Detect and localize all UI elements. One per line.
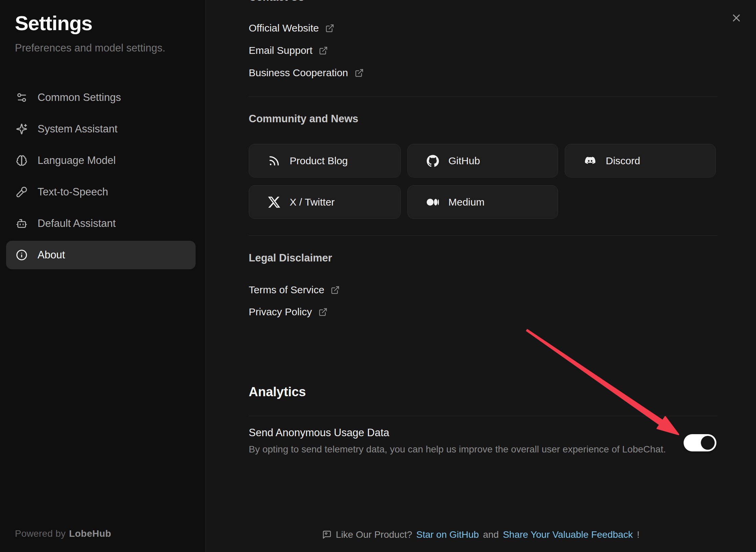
button-label: Product Blog: [290, 155, 348, 167]
link-terms-of-service[interactable]: Terms of Service: [249, 283, 340, 297]
sidebar-item-label: Common Settings: [38, 91, 121, 104]
external-link-icon: [318, 307, 328, 317]
about-panel: Contact Us Official Website Email Suppor…: [206, 0, 756, 552]
usage-data-description: By opting to send telemetry data, you ca…: [249, 444, 666, 455]
sidebar-item-label: Default Assistant: [38, 217, 116, 230]
discord-icon: [584, 155, 596, 167]
section-divider: [249, 416, 717, 416]
info-icon: [16, 249, 27, 261]
message-square-icon: [322, 530, 332, 539]
link-business-cooperation[interactable]: Business Cooperation: [249, 66, 364, 80]
link-label: Privacy Policy: [249, 306, 312, 318]
share-feedback-link[interactable]: Share Your Valuable Feedback: [503, 529, 633, 540]
page-subtitle: Preferences and model settings.: [15, 42, 165, 54]
button-label: X / Twitter: [290, 196, 335, 208]
usage-data-label: Send Anonymous Usage Data: [249, 427, 389, 439]
link-label: Business Cooperation: [249, 67, 348, 79]
link-email-support[interactable]: Email Support: [249, 44, 328, 57]
close-icon: [731, 19, 741, 24]
mic-icon: [16, 186, 27, 198]
x-twitter-icon: [268, 196, 280, 208]
external-link-icon: [355, 68, 364, 78]
settings-nav: Common Settings System Assistant Languag…: [6, 83, 196, 272]
page-title: Settings: [15, 12, 92, 35]
sidebar-item-label: System Assistant: [38, 123, 117, 135]
medium-icon: [427, 196, 439, 208]
sidebar-item-label: Language Model: [38, 154, 116, 167]
powered-by: Powered byLobeHub: [15, 528, 111, 539]
contact-section-heading: Contact Us: [249, 0, 304, 3]
rss-icon: [268, 155, 280, 167]
sparkles-icon: [16, 123, 27, 135]
sidebar-item-label: About: [38, 249, 65, 261]
sidebar-item-label: Text-to-Speech: [38, 186, 108, 198]
sidebar-item-text-to-speech[interactable]: Text-to-Speech: [6, 178, 196, 206]
community-section-heading: Community and News: [249, 113, 358, 125]
button-label: GitHub: [448, 155, 480, 167]
link-label: Terms of Service: [249, 284, 324, 296]
sidebar-item-default-assistant[interactable]: Default Assistant: [6, 209, 196, 238]
external-link-icon: [331, 285, 340, 295]
lobehub-brand: LobeHub: [69, 528, 111, 539]
footer-text: Like Our Product?: [336, 529, 412, 540]
sidebar-item-language-model[interactable]: Language Model: [6, 146, 196, 175]
button-label: Discord: [606, 155, 640, 167]
button-label: Medium: [448, 196, 485, 208]
github-icon: [427, 155, 439, 167]
section-divider: [249, 235, 717, 236]
footer-text: and: [483, 529, 499, 540]
medium-button[interactable]: Medium: [407, 185, 558, 219]
link-label: Email Support: [249, 45, 312, 56]
toggle-knob: [701, 436, 715, 450]
product-blog-button[interactable]: Product Blog: [249, 144, 401, 177]
link-label: Official Website: [249, 22, 319, 34]
section-divider: [249, 97, 717, 97]
legal-section-heading: Legal Disclaimer: [249, 252, 332, 264]
external-link-icon: [325, 24, 334, 33]
sidebar-item-common-settings[interactable]: Common Settings: [6, 83, 196, 112]
star-on-github-link[interactable]: Star on GitHub: [416, 529, 479, 540]
footer-text: !: [637, 529, 640, 540]
x-twitter-button[interactable]: X / Twitter: [249, 185, 401, 219]
link-official-website[interactable]: Official Website: [249, 21, 334, 35]
sliders-icon: [16, 92, 27, 103]
discord-button[interactable]: Discord: [565, 144, 716, 177]
sidebar-item-system-assistant[interactable]: System Assistant: [6, 115, 196, 143]
usage-data-toggle[interactable]: [684, 434, 716, 451]
github-button[interactable]: GitHub: [407, 144, 558, 177]
brain-icon: [16, 155, 27, 166]
powered-by-text: Powered by: [15, 528, 66, 539]
bot-icon: [16, 218, 27, 229]
panel-footer: Like Our Product? Star on GitHub and Sha…: [206, 529, 756, 540]
sidebar: Settings Preferences and model settings.…: [0, 0, 206, 552]
close-button[interactable]: [729, 11, 744, 26]
external-link-icon: [319, 46, 328, 55]
sidebar-item-about[interactable]: About: [6, 241, 196, 269]
analytics-section-heading: Analytics: [249, 385, 306, 399]
link-privacy-policy[interactable]: Privacy Policy: [249, 305, 328, 319]
